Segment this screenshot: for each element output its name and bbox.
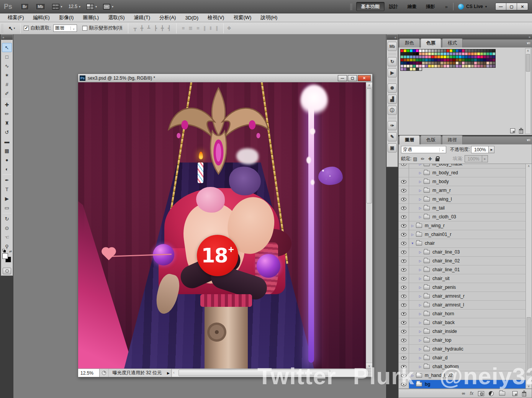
menu-item[interactable]: 分析(A): [155, 13, 180, 22]
layer-row[interactable]: ▷chair_d: [399, 354, 532, 362]
vertical-scroll-thumb[interactable]: [367, 88, 372, 203]
visibility-toggle[interactable]: [399, 213, 409, 221]
workspace-button[interactable]: 攝影: [421, 2, 440, 11]
layer-row[interactable]: ▷m_body_red: [399, 169, 532, 177]
layer-row-content[interactable]: ▷chair_horn: [409, 310, 532, 318]
disclosure-triangle-icon[interactable]: ▷: [417, 339, 423, 342]
type-tool[interactable]: T: [2, 185, 12, 194]
disclosure-triangle-icon[interactable]: ▷: [417, 295, 423, 298]
scroll-down-arrow[interactable]: ∨: [366, 363, 372, 369]
scroll-thumb[interactable]: [527, 317, 531, 375]
swap-colors-icon[interactable]: ⇄: [9, 250, 12, 253]
menu-item[interactable]: 編輯(E): [29, 13, 54, 22]
menu-item[interactable]: 圖層(L): [78, 13, 103, 22]
tools-panel-header[interactable]: »: [1, 35, 13, 40]
disclosure-triangle-icon[interactable]: ▼: [410, 383, 415, 386]
layer-row[interactable]: ▷m_tail: [399, 204, 532, 213]
layer-row[interactable]: ▷chair_line_01: [399, 265, 532, 274]
layer-row[interactable]: ▷m_wing_l: [399, 195, 532, 204]
disclosure-triangle-icon[interactable]: ▷: [417, 164, 423, 166]
visibility-toggle[interactable]: [399, 371, 409, 380]
spot-healing-brush-tool[interactable]: ✚: [2, 100, 12, 109]
menu-item[interactable]: 說明(H): [256, 13, 282, 22]
blend-mode-select[interactable]: 穿過 ⌄: [401, 146, 446, 153]
layer-row-content[interactable]: ▷chair_d: [409, 354, 532, 362]
align-button[interactable]: ┫: [168, 25, 171, 31]
lasso-tool[interactable]: ∿: [2, 61, 12, 70]
add-layer-mask-icon[interactable]: [478, 391, 484, 396]
layer-row-content[interactable]: ▼bg: [409, 380, 532, 388]
cs-live-button[interactable]: CS Live ▾: [458, 4, 487, 10]
layer-row-content[interactable]: ▷chair_line_01: [409, 265, 532, 274]
rectangular-marquee-tool[interactable]: □: [2, 52, 12, 61]
layer-row[interactable]: ▷m_body_mask: [399, 164, 532, 169]
layer-row-content[interactable]: ▷m_body_mask: [409, 164, 532, 168]
history-panel-icon[interactable]: ↻: [388, 57, 397, 66]
layer-row-content[interactable]: ▷chair_armrest_r: [409, 292, 532, 300]
layer-row[interactable]: ▷chair_line_02: [399, 257, 532, 265]
visibility-toggle[interactable]: [399, 345, 409, 353]
color-swatch[interactable]: [492, 64, 496, 68]
options-grip[interactable]: [1, 24, 4, 33]
canvas[interactable]: 18+: [78, 82, 366, 369]
crop-tool[interactable]: #: [2, 80, 12, 89]
app-minimize-button[interactable]: —: [496, 3, 506, 10]
layers-tab[interactable]: 路徑: [442, 135, 463, 144]
disclosure-triangle-icon[interactable]: ▷: [417, 251, 423, 254]
layer-row-content[interactable]: ▷m_body: [409, 177, 532, 186]
layer-row[interactable]: ▼bg: [399, 380, 532, 389]
disclosure-triangle-icon[interactable]: ▷: [410, 374, 415, 377]
new-swatch-icon[interactable]: [510, 128, 515, 133]
document-title-bar[interactable]: Ps sex3.psd @ 12.5% (bg, RGB/8) * — ▢ ✕: [78, 74, 372, 82]
screen-mode-dropdown-icon[interactable]: ▾: [112, 5, 113, 8]
layer-row-content[interactable]: ▷chair_hydraulic: [409, 345, 532, 353]
visibility-toggle[interactable]: [399, 169, 409, 177]
layer-row[interactable]: ▼chair: [399, 239, 532, 248]
dodge-tool[interactable]: ◐: [2, 164, 12, 174]
menu-item[interactable]: 視窗(W): [229, 13, 256, 22]
disclosure-triangle-icon[interactable]: ▷: [417, 198, 423, 201]
disclosure-triangle-icon[interactable]: ▼: [410, 242, 415, 245]
clone-stamp-tool[interactable]: ♜: [2, 118, 12, 128]
gradient-tool[interactable]: ▩: [2, 146, 12, 155]
distribute-button[interactable]: ∥: [203, 25, 206, 31]
layer-row[interactable]: ▷chair_armrest_r: [399, 292, 532, 301]
scroll-thumb[interactable]: [526, 54, 530, 72]
layer-row-content[interactable]: ▷m_hand_l_02: [409, 371, 532, 380]
layer-row[interactable]: ▷chait_bottom: [399, 362, 532, 371]
pen-tool[interactable]: ✒: [2, 175, 12, 185]
rounded-rectangle-tool[interactable]: ▭: [2, 203, 12, 212]
document-vertical-scrollbar[interactable]: ∧ ∨: [366, 82, 372, 369]
disclosure-triangle-icon[interactable]: ▷: [417, 365, 423, 369]
disclosure-triangle-icon[interactable]: ▷: [417, 277, 423, 280]
visibility-toggle[interactable]: [399, 221, 409, 230]
3d-camera-rotate-tool[interactable]: ⊙: [2, 223, 12, 233]
visibility-toggle[interactable]: [399, 318, 409, 327]
opacity-slider-button[interactable]: ▶: [489, 146, 494, 153]
swatches-tab[interactable]: 色票: [421, 38, 441, 47]
disclosure-triangle-icon[interactable]: ▷: [417, 180, 423, 183]
lock-all-icon[interactable]: [435, 158, 439, 161]
visibility-toggle[interactable]: [399, 310, 409, 318]
layer-row-content[interactable]: ▷chair_line_02: [409, 257, 532, 265]
disclosure-triangle-icon[interactable]: ▷: [417, 215, 423, 219]
default-colors-icon[interactable]: [2, 249, 5, 251]
disclosure-triangle-icon[interactable]: ▷: [417, 312, 423, 316]
quick-selection-tool[interactable]: ✶: [2, 70, 12, 80]
arrange-documents-dropdown-icon[interactable]: ▾: [95, 5, 97, 8]
visibility-toggle[interactable]: [399, 164, 409, 168]
layer-row-content[interactable]: ▷chair_sit: [409, 274, 532, 283]
new-group-icon[interactable]: [499, 391, 505, 396]
layer-row-content[interactable]: ▷chair_back: [409, 318, 532, 327]
disclosure-triangle-icon[interactable]: ▷: [417, 330, 423, 333]
visibility-toggle[interactable]: [399, 257, 409, 265]
document-horizontal-scrollbar[interactable]: ‹: [172, 369, 366, 377]
status-options-arrow[interactable]: ▶: [165, 369, 172, 377]
workspace-more-button[interactable]: »: [440, 4, 453, 10]
app-restore-button[interactable]: ▢: [506, 3, 517, 10]
navigator-panel-icon[interactable]: ☸: [388, 84, 397, 93]
layer-row[interactable]: ▷chair_back: [399, 318, 532, 327]
layer-row[interactable]: ▷m_body: [399, 177, 532, 186]
menu-item[interactable]: 選取(S): [103, 13, 129, 22]
menu-item[interactable]: 影像(I): [54, 13, 78, 22]
